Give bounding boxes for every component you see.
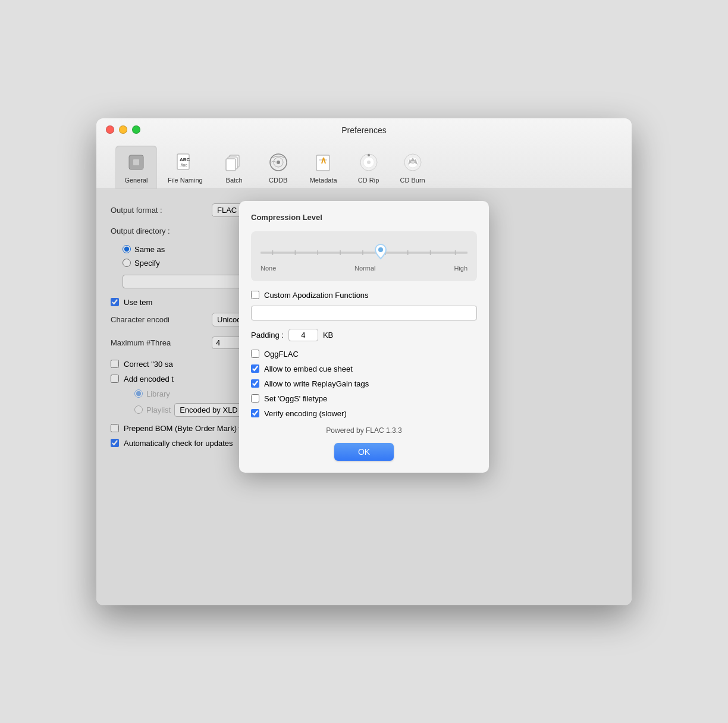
oggs-filetype-checkbox[interactable] (251, 394, 259, 403)
slider-min-label: None (261, 265, 276, 272)
popup-options: OggFLAC Allow to embed cue sheet Allow t… (251, 350, 477, 418)
compression-popup: Compression Level (239, 201, 489, 473)
padding-row: Padding : KB (251, 329, 477, 341)
popup-title: Compression Level (251, 213, 477, 222)
custom-apod-row: Custom Apodization Functions (251, 291, 477, 300)
verify-encoding-label: Verify encoding (slower) (264, 409, 347, 418)
verify-encoding-row: Verify encoding (slower) (251, 409, 477, 418)
svg-point-30 (378, 247, 383, 252)
compression-slider-wrapper (261, 241, 467, 265)
slider-max-label: High (454, 265, 467, 272)
svg-rect-1 (133, 159, 139, 165)
file-naming-label: File Naming (168, 177, 203, 184)
minimize-button[interactable] (119, 125, 127, 134)
custom-apod-label: Custom Apodization Functions (264, 291, 369, 300)
padding-unit: KB (323, 331, 333, 340)
embed-cue-checkbox[interactable] (251, 364, 259, 373)
popup-overlay: Compression Level (96, 189, 632, 605)
cd-rip-label: CD Rip (358, 177, 379, 184)
slider-ticks (261, 247, 467, 259)
embed-cue-label: Allow to embed cue sheet (264, 364, 353, 373)
oggs-filetype-label: Set 'OggS' filetype (264, 394, 327, 403)
toolbar-item-cddb[interactable]: CDDB (258, 146, 299, 188)
svg-point-16 (368, 154, 370, 156)
ok-button[interactable]: OK (334, 443, 394, 461)
replay-gain-checkbox[interactable] (251, 379, 259, 388)
slider-section: None Normal High (251, 231, 477, 281)
custom-apod-input[interactable]: tukey(0.5);flattop (251, 306, 477, 320)
toolbar-item-cd-rip[interactable]: CD Rip (348, 146, 390, 188)
maximize-button[interactable] (132, 125, 140, 134)
slider-mid-label: Normal (354, 265, 375, 272)
main-content: Output format : FLAC Output directory : … (96, 189, 632, 605)
preferences-window: Preferences General ABC (96, 118, 632, 605)
svg-text:.flac: .flac (180, 163, 187, 167)
toolbar-item-general[interactable]: General (115, 146, 157, 188)
toolbar: General ABC .flac File Naming (106, 141, 622, 188)
verify-encoding-checkbox[interactable] (251, 409, 259, 417)
batch-icon (222, 150, 246, 174)
toolbar-item-cd-burn[interactable]: CD Burn (392, 146, 434, 188)
slider-labels: None Normal High (261, 265, 467, 272)
padding-label: Padding : (251, 331, 284, 340)
file-naming-icon: ABC .flac (173, 150, 197, 174)
padding-input[interactable] (288, 329, 318, 341)
svg-text:ABC: ABC (180, 157, 190, 162)
metadata-icon (312, 150, 335, 174)
replay-gain-label: Allow to write ReplayGain tags (264, 379, 369, 388)
ogg-flac-checkbox[interactable] (251, 350, 259, 358)
general-icon (124, 150, 148, 174)
svg-point-10 (277, 161, 280, 164)
cddb-label: CDDB (269, 177, 287, 184)
embed-cue-row: Allow to embed cue sheet (251, 364, 477, 373)
metadata-label: Metadata (310, 177, 337, 184)
oggs-filetype-row: Set 'OggS' filetype (251, 394, 477, 403)
window-title: Preferences (106, 125, 622, 135)
cd-rip-icon (357, 150, 381, 174)
svg-rect-7 (226, 159, 236, 171)
ogg-flac-row: OggFLAC (251, 350, 477, 359)
replay-gain-row: Allow to write ReplayGain tags (251, 379, 477, 388)
close-button[interactable] (106, 125, 114, 134)
title-bar: Preferences General ABC (96, 118, 632, 189)
cddb-icon (266, 150, 290, 174)
batch-label: Batch (226, 177, 243, 184)
toolbar-item-file-naming[interactable]: ABC .flac File Naming (159, 146, 211, 188)
svg-point-15 (367, 161, 371, 164)
cd-burn-label: CD Burn (400, 177, 425, 184)
custom-apod-checkbox[interactable] (251, 291, 259, 299)
cd-burn-icon (401, 150, 425, 174)
toolbar-item-batch[interactable]: Batch (214, 146, 255, 188)
powered-by-text: Powered by FLAC 1.3.3 (251, 426, 477, 435)
ogg-flac-label: OggFLAC (264, 350, 299, 359)
slider-thumb[interactable] (374, 243, 388, 262)
toolbar-item-metadata[interactable]: Metadata (302, 146, 346, 188)
general-label: General (124, 177, 148, 184)
